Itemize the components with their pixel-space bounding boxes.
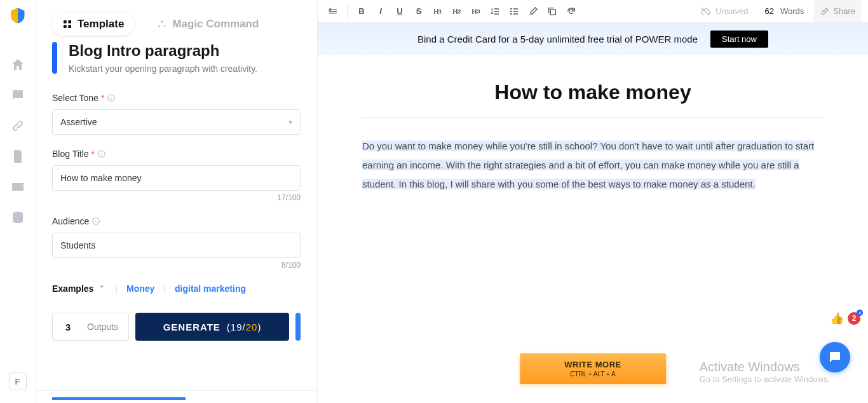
copy-icon[interactable] — [543, 3, 561, 20]
tone-select[interactable]: Assertive ▾ — [52, 109, 301, 135]
doc-title: How to make money — [362, 81, 824, 104]
thumbs-up-icon[interactable]: 👍 — [830, 311, 844, 325]
list-ordered-icon[interactable] — [486, 3, 504, 20]
h2-icon[interactable]: H2 — [448, 3, 466, 20]
title-counter: 17/100 — [52, 193, 301, 202]
generate-button[interactable]: GENERATE (19/20) — [135, 313, 289, 341]
generate-accent — [295, 313, 301, 341]
sparkle-icon — [97, 284, 106, 293]
home-icon[interactable] — [10, 57, 25, 72]
generate-count: (19/20) — [227, 322, 262, 332]
h1-icon[interactable]: H1 — [429, 3, 447, 20]
save-status: Unsaved — [694, 6, 754, 17]
outdent-icon[interactable] — [324, 3, 342, 20]
svg-point-10 — [511, 13, 512, 14]
italic-icon[interactable]: I — [372, 3, 390, 20]
outputs-label: Outputs — [83, 322, 128, 332]
outputs-input[interactable] — [53, 322, 83, 332]
promo-text: Bind a Credit Card for a 5-day unlimited… — [417, 34, 698, 44]
magic-icon — [157, 19, 167, 29]
word-count: 62 Words — [756, 6, 813, 16]
title-input[interactable] — [52, 165, 301, 191]
tab-magic-label: Magic Command — [172, 18, 259, 31]
rail-bottom-button[interactable]: F — [9, 372, 27, 390]
title-group: Blog Title* 17/100 — [52, 149, 301, 202]
chat-bubble-icon — [827, 350, 843, 365]
doc-divider — [362, 117, 824, 118]
list-bullet-icon[interactable] — [505, 3, 523, 20]
banner-accent-bar — [52, 42, 57, 74]
svg-point-8 — [511, 8, 512, 9]
template-title: Blog Intro paragraph — [69, 42, 257, 60]
editor-toolbar: B I U S H1 H2 H3 Unsaved 62 Words Share — [318, 0, 868, 23]
example-divider: | — [163, 283, 166, 294]
sidebar-body: Blog Intro paragraph Kickstart your open… — [36, 42, 317, 390]
document[interactable]: How to make money Do you want to make mo… — [318, 55, 868, 403]
tab-template-label: Template — [78, 18, 124, 31]
write-more-label: WRITE MORE — [564, 360, 621, 369]
svg-rect-3 — [64, 25, 67, 28]
chevron-down-icon: ▾ — [288, 118, 292, 126]
audience-group: Audience 8/100 — [52, 216, 301, 270]
app-logo-icon — [9, 6, 27, 24]
edit-icon[interactable] — [524, 3, 542, 20]
generate-label: GENERATE — [163, 322, 220, 332]
promo-bar: Bind a Credit Card for a 5-day unlimited… — [318, 23, 868, 55]
database-icon[interactable] — [10, 210, 25, 225]
card-icon[interactable] — [10, 179, 25, 195]
tab-magic[interactable]: Magic Command — [147, 13, 269, 36]
bold-icon[interactable]: B — [353, 3, 370, 20]
examples-row: Examples | Money | digital marketing — [52, 283, 301, 294]
svg-rect-4 — [68, 25, 71, 28]
example-money[interactable]: Money — [126, 283, 154, 294]
info-icon[interactable] — [92, 217, 100, 226]
cloud-off-icon — [700, 6, 710, 17]
title-label: Blog Title* — [52, 149, 301, 159]
svg-rect-11 — [550, 10, 555, 15]
chat-launcher[interactable] — [820, 342, 850, 372]
template-banner: Blog Intro paragraph Kickstart your open… — [52, 42, 301, 74]
h3-icon[interactable]: H3 — [467, 3, 485, 20]
editor-pane: B I U S H1 H2 H3 Unsaved 62 Words Share … — [318, 0, 868, 403]
progress-bar — [52, 397, 186, 400]
svg-point-9 — [511, 11, 512, 11]
doc-body[interactable]: Do you want to make money while you're s… — [362, 137, 824, 194]
write-more-button[interactable]: WRITE MORE CTRL + ALT + A — [520, 353, 666, 384]
generate-row: Outputs GENERATE (19/20) — [52, 313, 301, 341]
share-icon — [820, 7, 829, 16]
sidebar-tabs: Template Magic Command — [36, 0, 317, 42]
document-icon[interactable] — [10, 149, 25, 164]
write-more-shortcut: CTRL + ALT + A — [564, 371, 621, 378]
example-divider: | — [115, 283, 118, 294]
underline-icon[interactable]: U — [391, 3, 409, 20]
audience-counter: 8/100 — [52, 261, 301, 270]
outputs-box: Outputs — [52, 313, 129, 341]
info-icon[interactable] — [97, 149, 106, 158]
left-rail: F — [0, 0, 36, 403]
svg-rect-1 — [64, 20, 67, 24]
sidebar: Template Magic Command Blog Intro paragr… — [36, 0, 318, 403]
refresh-icon[interactable] — [562, 3, 580, 20]
examples-label: Examples — [52, 283, 106, 294]
promo-cta[interactable]: Start now — [710, 31, 768, 48]
tab-template[interactable]: Template — [52, 13, 134, 36]
tone-value: Assertive — [60, 117, 97, 127]
audience-input[interactable] — [52, 233, 301, 258]
sidebar-footer — [36, 390, 317, 403]
grid-icon — [62, 19, 72, 29]
chat-icon[interactable] — [10, 88, 25, 103]
tone-group: Select Tone* Assertive ▾ — [52, 93, 301, 135]
strikethrough-icon[interactable]: S — [410, 3, 428, 20]
info-icon[interactable] — [107, 93, 116, 102]
feedback-widget: 👍 2 — [830, 311, 860, 325]
notification-badge[interactable]: 2 — [848, 312, 860, 325]
tone-label: Select Tone* — [52, 93, 301, 103]
share-button[interactable]: Share — [814, 0, 862, 22]
template-desc: Kickstart your opening paragraph with cr… — [69, 64, 257, 74]
link-icon[interactable] — [10, 118, 25, 133]
svg-rect-2 — [68, 20, 71, 24]
windows-watermark: Activate Windows Go to Settings to activ… — [700, 360, 830, 384]
audience-label: Audience — [52, 216, 301, 226]
example-digital-marketing[interactable]: digital marketing — [175, 283, 246, 294]
